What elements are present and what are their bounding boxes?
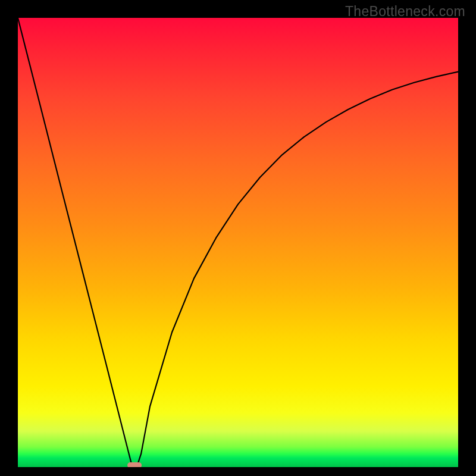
chart-frame: TheBottleneck.com [0, 0, 476, 476]
chart-svg [18, 18, 458, 467]
watermark-text: TheBottleneck.com [345, 4, 465, 20]
chart-plot-area [18, 18, 458, 467]
chart-curve [18, 18, 458, 467]
chart-minimum-marker [127, 462, 142, 467]
